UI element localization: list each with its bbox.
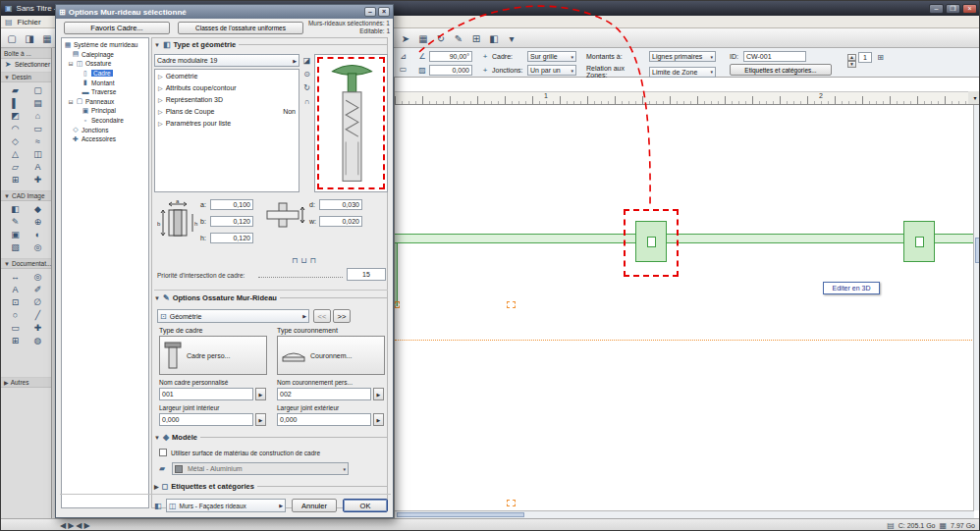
doc-tool-icon[interactable]: ╱ — [28, 308, 48, 321]
list-item[interactable]: ▷Représentation 3D — [155, 93, 299, 105]
cad-tool-icon[interactable]: ▧ — [6, 240, 26, 253]
favoris-cadre-button[interactable]: Favoris Cadre... — [64, 22, 170, 34]
dim-b-field[interactable]: 0,120 — [210, 216, 253, 227]
dialog-titlebar[interactable]: ⊞ Options Mur-rideau sélectionné – × — [56, 5, 393, 19]
pan-arrow-icon[interactable]: ▶ — [83, 521, 89, 530]
vertical-scrollbar[interactable] — [973, 105, 980, 510]
drawing-tool-icon[interactable]: ◇ — [6, 134, 26, 147]
doc-tool-icon[interactable]: ◎ — [28, 270, 48, 283]
joint-priority-icon[interactable]: ⊔ — [300, 256, 306, 265]
section-options-ossature[interactable]: ▼ ✎ Options Ossature Mur-Rideau — [154, 293, 388, 302]
tree-item-panneaux[interactable]: ⊟▢Panneaux — [62, 97, 148, 107]
drawing-tool-icon[interactable]: A — [28, 160, 48, 173]
list-item[interactable]: ▷Plans de CoupeNon — [155, 105, 299, 117]
dim-a-field[interactable]: 0,100 — [210, 199, 253, 210]
nom-cadre-field[interactable]: 001 — [159, 388, 253, 400]
edit-tool-icon[interactable]: ▾ — [504, 30, 519, 46]
id-field[interactable]: CW-001 — [743, 51, 806, 62]
edit-tool-icon[interactable]: ➤ — [398, 30, 413, 46]
frame-preview[interactable] — [314, 54, 388, 192]
dim-d-field[interactable]: 0,030 — [319, 199, 362, 210]
preview-mode-icon[interactable]: ∩ — [301, 95, 312, 108]
edit-tool-icon[interactable]: ↻ — [433, 30, 449, 46]
doc-tool-icon[interactable]: ○ — [6, 308, 26, 321]
drawing-tool-icon[interactable]: ▰ — [6, 83, 26, 96]
cad-tool-icon[interactable]: ✎ — [6, 215, 26, 228]
cad-tool-icon[interactable]: ▣ — [6, 228, 26, 240]
tree-item-montant[interactable]: ▮Montant — [62, 78, 148, 87]
drawing-tool-icon[interactable]: ▢ — [28, 83, 48, 96]
doc-tool-icon[interactable]: ▭ — [6, 321, 26, 334]
doc-tool-icon[interactable]: ∅ — [28, 295, 48, 308]
tree-item-traverse[interactable]: ▬Traverse — [62, 87, 148, 97]
preview-mode-icon[interactable]: ↻ — [301, 81, 312, 94]
tree-item-accessoires[interactable]: ✚Accessoires — [62, 134, 148, 144]
count-field[interactable]: 1 — [858, 52, 872, 63]
drawing-tool-icon[interactable]: ◩ — [6, 109, 26, 122]
drawing-tool-icon[interactable]: ⊞ — [6, 173, 26, 186]
largeur-ext-picker-icon[interactable]: ▶ — [373, 413, 384, 426]
ok-button[interactable]: OK — [343, 499, 388, 512]
drawing-tool-icon[interactable]: ≈ — [28, 134, 48, 147]
largeur-int-picker-icon[interactable]: ▶ — [255, 413, 266, 426]
curtain-wall-frame[interactable] — [903, 221, 935, 262]
section-modele[interactable]: ▼ ◈ Modèle — [154, 433, 388, 442]
tree-item-secondaire[interactable]: ▫Secondaire — [62, 116, 148, 126]
expander-icon[interactable]: ⊟ — [68, 98, 74, 105]
ruler-options-button[interactable]: ▾ — [968, 91, 980, 105]
edit-tool-icon[interactable]: ⊞ — [468, 30, 484, 46]
section-type-geometrie[interactable]: ▼ ◧ Type et géométrie — [154, 40, 388, 49]
doc-tool-icon[interactable]: ⊡ — [6, 295, 26, 308]
joint-priority-icon[interactable]: ⊓ — [292, 256, 298, 265]
drawing-tool-icon[interactable]: ✚ — [28, 173, 48, 186]
quick-tool-icon[interactable]: ▦ — [39, 30, 55, 46]
classes-ossature-button[interactable]: Classes de l'ossature uniformes — [178, 22, 303, 34]
frame-type-dropdown[interactable]: Cadre modulaire 19▶ — [154, 54, 299, 67]
dialog-minimize-button[interactable]: – — [364, 7, 376, 17]
edit-tool-icon[interactable]: ✎ — [451, 30, 466, 46]
montants-dropdown[interactable]: Lignes primaires▾ — [649, 51, 716, 62]
etiquettes-categories-button[interactable]: Etiquettes et catégories... — [730, 64, 832, 76]
arrow-tool-icon[interactable]: ➤ — [3, 60, 13, 69]
layer-dropdown[interactable]: ◫Murs - Façades rideaux ▶ — [166, 499, 286, 512]
pan-arrow-icon[interactable]: ◀ — [60, 521, 66, 530]
list-item[interactable]: ▷Attributs coupe/contour — [155, 81, 299, 93]
relation-zones-dropdown[interactable]: Limite de Zone▾ — [649, 67, 716, 78]
maximize-button[interactable]: ❐ — [946, 4, 960, 14]
curtain-wall-plan[interactable] — [395, 234, 980, 243]
drawing-tool-icon[interactable]: ▭ — [28, 122, 48, 134]
section-cad-image[interactable]: ▼CAD Image — [1, 190, 51, 201]
drawing-tool-icon[interactable]: ◫ — [28, 147, 48, 160]
nom-couronnement-field[interactable]: 002 — [277, 388, 371, 400]
list-item[interactable]: ▷Paramètres pour liste — [155, 117, 299, 129]
drawing-tool-icon[interactable]: ◠ — [6, 122, 26, 134]
section-autres[interactable]: ▶Autres — [1, 377, 51, 388]
edit-in-3d-button[interactable]: Editer en 3D — [823, 282, 880, 294]
quick-tool-icon[interactable]: ◨ — [22, 30, 37, 46]
cad-tool-icon[interactable]: ◐ — [28, 228, 48, 240]
edit-tool-icon[interactable]: ▦ — [415, 30, 431, 46]
scroll-thumb[interactable] — [397, 512, 524, 517]
preview-mode-icon[interactable]: ◪ — [301, 54, 312, 67]
spin-down-icon[interactable]: ▼ — [847, 61, 856, 68]
nom-cadre-picker-icon[interactable]: ▶ — [255, 388, 266, 400]
doc-tool-icon[interactable]: ⊞ — [6, 334, 26, 346]
plan-view[interactable]: 1 2 ▾ Editer en 3D — [394, 78, 980, 518]
wall-segment[interactable] — [395, 243, 398, 306]
geometry-method-icon[interactable]: ⊿ — [397, 50, 409, 62]
offset-field[interactable]: 0,000 — [429, 65, 472, 76]
expander-icon[interactable]: ⊟ — [68, 60, 74, 67]
doc-tool-icon[interactable]: A — [6, 283, 26, 295]
couronnement-type-button[interactable]: Couronnem... — [277, 336, 385, 375]
section-documentation[interactable]: ▼Documentat... — [1, 258, 51, 269]
doc-tool-icon[interactable]: ↔ — [6, 270, 26, 283]
tree-item-calepinage[interactable]: ▤Calepinage — [62, 50, 148, 60]
section-etiquettes[interactable]: ▶ ◻ Etiquettes et catégories — [154, 482, 388, 491]
grid-icon[interactable]: ⊞ — [874, 51, 887, 63]
tree-item-systeme[interactable]: ▦Système de murrideau — [62, 40, 148, 50]
joint-priority-icon[interactable]: ⊓ — [310, 256, 316, 265]
pan-arrow-icon[interactable]: ▶ — [68, 521, 74, 530]
cadre-dropdown[interactable]: Sur grille▾ — [527, 51, 576, 62]
doc-tool-icon[interactable]: ◍ — [28, 334, 48, 346]
drawing-tool-icon[interactable]: ▌ — [6, 96, 26, 109]
